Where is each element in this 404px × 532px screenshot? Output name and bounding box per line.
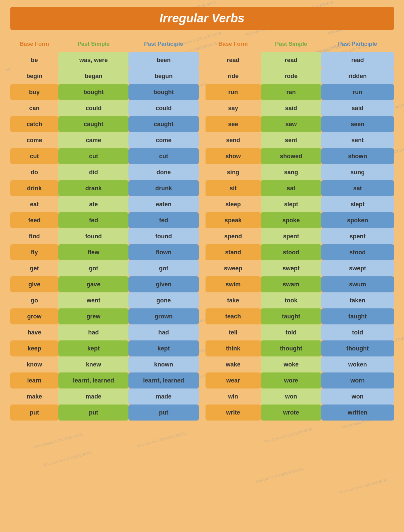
cell-pp: fed <box>128 212 198 228</box>
cell-pp: eaten <box>128 196 198 212</box>
table-row: have had had <box>10 324 199 340</box>
cell-base: drink <box>10 180 59 196</box>
cell-base: feed <box>10 212 59 228</box>
cell-pp: kept <box>128 340 198 356</box>
cell-pp: won <box>321 388 394 405</box>
cell-base: learn <box>10 372 59 388</box>
cell-base: see <box>206 116 261 132</box>
cell-pp: given <box>128 276 198 292</box>
table-row: sit sat sat <box>206 180 394 196</box>
table-row: tell told told <box>206 324 394 340</box>
cell-pp: stood <box>321 244 394 260</box>
cell-past: stood <box>261 244 321 260</box>
cell-base: ride <box>206 68 261 84</box>
cell-base: stand <box>206 244 261 260</box>
table-row: spend spent spent <box>206 228 394 244</box>
cell-past: got <box>58 260 128 276</box>
cell-past: flew <box>58 244 128 260</box>
table-row: can could could <box>10 100 199 116</box>
cell-past: was, were <box>58 52 128 68</box>
title-bar: Irregular Verbs <box>10 7 394 30</box>
cell-past: sent <box>261 132 321 148</box>
table-row: stand stood stood <box>206 244 394 260</box>
cell-pp: found <box>128 228 198 244</box>
cell-past: did <box>58 164 128 180</box>
cell-past: caught <box>58 116 128 132</box>
cell-pp: sent <box>321 132 394 148</box>
cell-base: catch <box>10 116 59 132</box>
cell-past: swam <box>261 276 321 292</box>
cell-pp: swept <box>321 260 394 276</box>
cell-past: gave <box>58 276 128 292</box>
cell-base: run <box>206 84 261 100</box>
cell-pp: put <box>128 405 198 421</box>
cell-pp: been <box>128 52 198 68</box>
cell-past: found <box>58 228 128 244</box>
cell-pp: sung <box>321 164 394 180</box>
cell-base: wear <box>206 372 261 388</box>
table-row: learn learnt, learned learnt, learned <box>10 372 199 388</box>
cell-base: read <box>206 52 261 68</box>
cell-base: speak <box>206 212 261 228</box>
cell-past: went <box>58 292 128 308</box>
cell-past: cut <box>58 148 128 164</box>
cell-pp: taken <box>321 292 394 308</box>
cell-base: put <box>10 405 59 421</box>
table-row: speak spoke spoken <box>206 212 394 228</box>
table-row: eat ate eaten <box>10 196 199 212</box>
cell-past: read <box>261 52 321 68</box>
cell-pp: sat <box>321 180 394 196</box>
table-row: send sent sent <box>206 132 394 148</box>
table-row: show showed shown <box>206 148 394 164</box>
cell-base: come <box>10 132 59 148</box>
main-container: Irregular Verbs Base Form Past Simple Pa… <box>10 7 394 421</box>
cell-base: have <box>10 324 59 340</box>
cell-pp: read <box>321 52 394 68</box>
table-row: find found found <box>10 228 199 244</box>
table-row: wake woke woken <box>206 356 394 372</box>
cell-past: sang <box>261 164 321 180</box>
cell-pp: slept <box>321 196 394 212</box>
cell-base: buy <box>10 84 59 100</box>
table-row: drink drank drunk <box>10 180 199 196</box>
cell-pp: begun <box>128 68 198 84</box>
table-row: see saw seen <box>206 116 394 132</box>
table-row: be was, were been <box>10 52 199 68</box>
cell-pp: flown <box>128 244 198 260</box>
cell-past: rode <box>261 68 321 84</box>
cell-pp: spoken <box>321 212 394 228</box>
cell-past: grew <box>58 308 128 324</box>
cell-past: had <box>58 324 128 340</box>
table-row: buy bought bought <box>10 84 199 100</box>
cell-pp: told <box>321 324 394 340</box>
table-row: get got got <box>10 260 199 276</box>
cell-base: keep <box>10 340 59 356</box>
cell-base: spend <box>206 228 261 244</box>
cell-pp: caught <box>128 116 198 132</box>
left-header-pp: Past Participle <box>128 36 198 52</box>
table-row: cut cut cut <box>10 148 199 164</box>
table-row: run ran run <box>206 84 394 100</box>
cell-base: give <box>10 276 59 292</box>
cell-pp: bought <box>128 84 198 100</box>
cell-pp: grown <box>128 308 198 324</box>
cell-past: made <box>58 388 128 405</box>
page-title: Irregular Verbs <box>10 11 394 25</box>
table-row: ride rode ridden <box>206 68 394 84</box>
cell-past: swept <box>261 260 321 276</box>
table-row: give gave given <box>10 276 199 292</box>
cell-past: showed <box>261 148 321 164</box>
table-row: put put put <box>10 405 199 421</box>
cell-past: kept <box>58 340 128 356</box>
table-row: sweep swept swept <box>206 260 394 276</box>
cell-pp: seen <box>321 116 394 132</box>
cell-past: ate <box>58 196 128 212</box>
cell-base: think <box>206 340 261 356</box>
cell-past: wore <box>261 372 321 388</box>
cell-pp: made <box>128 388 198 405</box>
table-row: go went gone <box>10 292 199 308</box>
table-row: read read read <box>206 52 394 68</box>
cell-pp: swum <box>321 276 394 292</box>
cell-pp: said <box>321 100 394 116</box>
table-row: write wrote written <box>206 405 394 421</box>
